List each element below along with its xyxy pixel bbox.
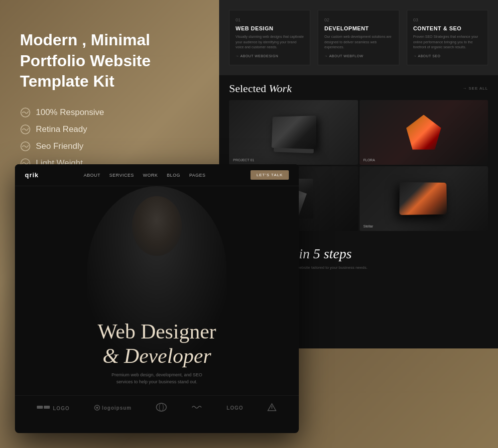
check-icon-3	[20, 141, 31, 152]
front-mockup: qrik ABOUT SERVICES WORK BLOG PAGES LET'…	[15, 164, 299, 433]
hero-subtitle: Premium web design, development, and SEO…	[25, 372, 289, 385]
feature-retina-label: Retina Ready	[36, 124, 87, 134]
hero-title: Web Designer & Developer	[25, 320, 289, 368]
service-num-3: 03	[413, 17, 482, 22]
hero-title-line2: & Developer	[103, 344, 211, 367]
nav-cta-button[interactable]: LET'S TALK	[250, 170, 289, 180]
service-link-3: → ABOUT SEO	[413, 54, 482, 58]
features-list: 100% Responsive Retina Ready Seo Friendl…	[20, 107, 209, 169]
svg-point-9	[159, 403, 163, 411]
selected-work-title: Selected Work	[229, 82, 292, 95]
feature-seo-label: Seo Friendly	[36, 141, 83, 151]
service-title-1: WEB DESIGN	[236, 25, 304, 31]
logos-bar: LOGO logoipsum LOGO	[15, 395, 299, 420]
service-card-webdesign: 01 WEB DESIGN Visually stunning web desi…	[229, 10, 310, 65]
service-card-seo: 03 CONTENT & SEO Proven SEO Strategies t…	[407, 10, 488, 65]
left-panel: Modern , Minimal Portfolio Website Templ…	[0, 0, 229, 179]
svg-point-8	[156, 403, 166, 411]
laptop-image-1	[272, 115, 317, 149]
portfolio-label-4: Stellar	[364, 224, 374, 228]
feature-seo: Seo Friendly	[20, 141, 209, 152]
logo-1: LOGO	[37, 404, 69, 411]
see-all-link: → SEE ALL	[463, 86, 488, 91]
service-title-3: CONTENT & SEO	[413, 25, 482, 31]
portfolio-item-4: Stellar	[360, 166, 489, 231]
service-desc-2: Our custom web development solutions are…	[324, 34, 392, 50]
logo-4	[191, 404, 202, 411]
svg-rect-4	[37, 406, 43, 409]
crystal-image	[406, 115, 441, 150]
nav-logo: qrik	[25, 171, 39, 179]
nav-blog: BLOG	[167, 173, 180, 178]
main-title: Modern , Minimal Portfolio Website Templ…	[20, 30, 209, 92]
nav-links: ABOUT SERVICES WORK BLOG PAGES	[84, 173, 206, 178]
nav-services: SERVICES	[110, 173, 134, 178]
feature-responsive-label: 100% Responsive	[36, 108, 104, 117]
logo-2: logoipsum	[94, 405, 132, 411]
portfolio-item-1: PROJECT 01	[229, 100, 358, 165]
check-icon	[20, 107, 31, 118]
hero-text: Web Designer & Developer Premium web des…	[15, 320, 299, 385]
service-desc-1: Visually stunning web designs that capti…	[236, 34, 304, 50]
portfolio-label-1: PROJECT 01	[233, 158, 254, 162]
svg-point-7	[96, 407, 98, 409]
service-num-2: 02	[324, 17, 392, 22]
feature-responsive: 100% Responsive	[20, 107, 209, 118]
front-hero: Web Designer & Developer Premium web des…	[15, 186, 299, 395]
front-navbar: qrik ABOUT SERVICES WORK BLOG PAGES LET'…	[15, 164, 299, 186]
nav-work: WORK	[143, 173, 158, 178]
selected-work-header: Selected Work → SEE ALL	[219, 75, 498, 100]
services-section: 01 WEB DESIGN Visually stunning web desi…	[219, 0, 498, 75]
nav-pages: PAGES	[189, 173, 206, 178]
logo-6	[267, 403, 276, 412]
check-icon-2	[20, 124, 31, 135]
hero-title-line1: Web Designer	[98, 320, 216, 343]
portfolio-item-2: FLORA	[360, 100, 489, 165]
logo-5: LOGO	[227, 405, 243, 411]
feature-retina: Retina Ready	[20, 124, 209, 135]
logo-3	[156, 403, 167, 413]
service-title-2: DEVELOPMENT	[324, 25, 392, 31]
svg-rect-5	[44, 406, 50, 409]
laptop-image-2	[399, 182, 447, 215]
service-link-1: → ABOUT WEBDESIGN	[236, 54, 304, 58]
service-card-development: 02 DEVELOPMENT Our custom web developmen…	[318, 10, 399, 65]
service-link-2: → ABOUT WEBFLOW	[324, 54, 392, 58]
portfolio-label-2: FLORA	[364, 158, 375, 162]
nav-about: ABOUT	[84, 173, 101, 178]
service-desc-3: Proven SEO Strategies that enhance your …	[413, 34, 482, 50]
service-num-1: 01	[236, 17, 304, 22]
